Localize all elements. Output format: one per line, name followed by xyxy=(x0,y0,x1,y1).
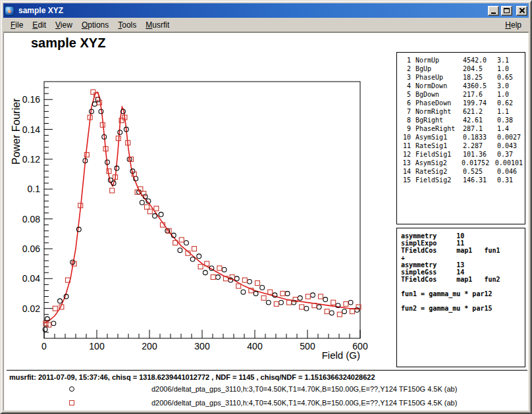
plot-frame xyxy=(44,82,360,338)
data-point xyxy=(268,290,273,294)
param-row: 2BgUp204.51.0 xyxy=(401,65,523,73)
data-point xyxy=(153,214,157,219)
data-point xyxy=(184,240,189,245)
theory-line: simpleGss 14 xyxy=(401,269,521,276)
svg-text:300: 300 xyxy=(194,341,210,351)
data-point xyxy=(329,311,334,315)
maximize-icon xyxy=(504,8,510,13)
theory-line xyxy=(401,283,521,290)
param-row: 10AsymSig10.18330.0027 xyxy=(401,133,523,142)
data-point xyxy=(280,291,285,296)
param-row: 1NormUp4542.03.1 xyxy=(401,56,523,65)
data-point xyxy=(197,254,201,259)
data-point xyxy=(178,248,182,253)
data-point xyxy=(192,246,197,251)
data-point xyxy=(190,257,195,261)
title-bar[interactable]: sample XYZ xyxy=(3,3,529,18)
data-point xyxy=(325,309,329,314)
data-point xyxy=(306,294,310,299)
data-point xyxy=(261,296,266,300)
param-row: 7NormRight621.21.1 xyxy=(401,107,523,116)
data-point xyxy=(198,265,203,269)
data-point xyxy=(298,296,302,300)
data-point xyxy=(285,292,290,296)
menu-item-edit[interactable]: Edit xyxy=(28,18,51,32)
plot-legend: d2006/deltat_pta_gps_3110,h:3,T0=4.50K,T… xyxy=(4,382,529,410)
data-point xyxy=(344,301,348,306)
param-row: 12FieldSig1101.360.37 xyxy=(401,150,523,159)
data-point xyxy=(266,300,271,305)
param-row: 13AsymSig20.017520.00101 xyxy=(401,159,523,167)
legend-label: d2006/deltat_pta_gps_3110,h:4,T0=4.50K,T… xyxy=(151,399,457,407)
menu-items: FileEditViewOptionsToolsMusrfit xyxy=(6,18,500,32)
param-row: 3PhaseUp18.250.65 xyxy=(401,73,523,82)
data-point xyxy=(216,275,221,280)
data-point xyxy=(241,290,246,294)
svg-text:0.04: 0.04 xyxy=(22,273,40,284)
data-point xyxy=(43,327,47,332)
svg-text:100: 100 xyxy=(89,341,105,351)
param-row: 6PhaseDown199.740.62 xyxy=(401,99,523,107)
close-button[interactable] xyxy=(516,6,527,16)
theory-line xyxy=(401,298,521,305)
param-row: 8BgRight42.610.38 xyxy=(401,116,523,124)
data-point xyxy=(337,312,342,317)
svg-text:0.06: 0.06 xyxy=(22,244,40,254)
param-row: 14RateSig20.5250.046 xyxy=(401,167,523,176)
theory-line: asymmetry 13 xyxy=(401,261,521,269)
maximize-button[interactable] xyxy=(501,6,512,16)
param-row: 11RateSig12.2870.043 xyxy=(401,142,523,150)
data-point xyxy=(147,209,152,214)
data-point xyxy=(140,200,144,205)
svg-text:0.02: 0.02 xyxy=(22,303,40,314)
square-marker-icon xyxy=(69,400,74,405)
data-point xyxy=(253,292,258,296)
app-icon xyxy=(5,6,14,16)
y-axis-label: Power Fourier xyxy=(11,99,22,165)
theory-line: TFieldCos map1 fun2 xyxy=(401,276,521,283)
data-point xyxy=(319,294,323,299)
data-point xyxy=(242,278,247,282)
menu-item-tools[interactable]: Tools xyxy=(113,18,141,32)
data-point xyxy=(179,238,184,242)
data-point xyxy=(350,309,355,314)
fit-status-line: musrfit: 2011-07-09, 15:37:46, chisq = 1… xyxy=(9,373,375,381)
data-point xyxy=(159,212,163,217)
param-row: 9PhaseRight287.11.4 xyxy=(401,124,523,133)
minimize-button[interactable] xyxy=(488,6,499,16)
data-point xyxy=(279,300,284,305)
data-point xyxy=(84,153,89,157)
data-point xyxy=(311,293,315,298)
svg-text:200: 200 xyxy=(142,341,157,351)
menu-item-help[interactable]: Help xyxy=(500,18,526,32)
data-point xyxy=(287,300,292,305)
data-point xyxy=(260,286,265,290)
theory-box: asymmetry 10simplExpo 11TFieldCos map1 f… xyxy=(396,228,525,367)
data-point xyxy=(203,271,207,275)
data-point xyxy=(274,301,279,306)
theory-line: + xyxy=(401,254,521,261)
data-point xyxy=(348,300,353,305)
menu-item-musrfit[interactable]: Musrfit xyxy=(141,18,174,32)
y-axis-ticks: 0.020.040.060.080.10.120.140.16 xyxy=(22,88,53,332)
legend-label: d2006/deltat_pta_gps_3110,h:3,T0=4.50K,T… xyxy=(151,385,457,393)
window-title: sample XYZ xyxy=(16,6,486,15)
menu-item-options[interactable]: Options xyxy=(77,18,113,32)
theory-line: simplExpo 11 xyxy=(401,240,521,247)
svg-text:0.16: 0.16 xyxy=(22,94,40,105)
data-point xyxy=(92,102,97,107)
data-point xyxy=(342,309,347,314)
root-canvas: sample XYZ 01002003004005006000.020.040.… xyxy=(3,32,529,411)
minimize-icon xyxy=(491,13,496,14)
menu-item-file[interactable]: File xyxy=(6,18,28,32)
data-point xyxy=(145,205,149,209)
close-icon xyxy=(519,7,525,14)
data-point xyxy=(110,188,115,193)
x-axis-label: Field (G) xyxy=(228,349,360,361)
data-point xyxy=(53,306,57,311)
menu-item-view[interactable]: View xyxy=(51,18,77,32)
series-squares xyxy=(43,90,361,327)
data-point xyxy=(248,279,252,284)
svg-text:0.08: 0.08 xyxy=(22,214,40,224)
data-point xyxy=(211,275,215,280)
